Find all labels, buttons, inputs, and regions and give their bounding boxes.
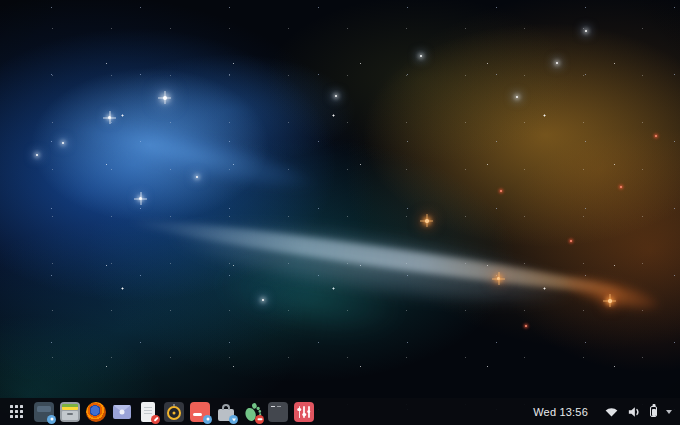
star — [262, 299, 264, 301]
apps-grid-icon — [10, 405, 13, 408]
app-launcher-button[interactable] — [8, 403, 25, 420]
star — [139, 197, 142, 200]
star — [62, 142, 64, 144]
badge-blue-arrow — [229, 415, 238, 424]
taskbar: Wed 13:56 — [0, 398, 680, 425]
star-red — [525, 325, 527, 327]
star — [420, 55, 422, 57]
files-dark-icon[interactable] — [34, 402, 54, 422]
star — [556, 62, 558, 64]
star-orange — [425, 219, 429, 223]
badge-red-minus — [255, 415, 264, 424]
star-orange — [608, 299, 612, 303]
clock[interactable]: Wed 13:56 — [533, 406, 588, 418]
star — [163, 96, 167, 100]
badge-blue — [203, 415, 212, 424]
star — [516, 96, 518, 98]
battery-icon — [650, 406, 657, 417]
document-editor-icon[interactable] — [138, 402, 158, 422]
desktop-wallpaper — [0, 0, 680, 425]
star — [108, 116, 111, 119]
star — [335, 95, 337, 97]
volume-icon — [627, 406, 641, 418]
music-speaker-icon[interactable] — [164, 402, 184, 422]
mixer-sliders-icon[interactable] — [294, 402, 314, 422]
star-red — [570, 240, 572, 242]
mail-envelope-icon[interactable] — [112, 402, 132, 422]
chevron-down-icon — [666, 410, 672, 414]
media-red-icon[interactable] — [190, 402, 210, 422]
star — [36, 154, 38, 156]
badge-blue — [47, 415, 56, 424]
gnome-foot-icon[interactable] — [242, 402, 262, 422]
dock — [34, 402, 314, 422]
star-red — [620, 186, 622, 188]
file-cabinet-icon[interactable] — [60, 402, 80, 422]
system-tray[interactable] — [605, 406, 672, 418]
wifi-icon — [605, 407, 618, 417]
star — [196, 176, 198, 178]
badge-red-pencil — [151, 415, 160, 424]
star-orange — [497, 277, 500, 280]
software-bag-icon[interactable] — [216, 402, 236, 422]
firefox-icon[interactable] — [86, 402, 106, 422]
starfield — [0, 0, 680, 425]
star — [585, 30, 587, 32]
terminal-icon[interactable] — [268, 402, 288, 422]
star-red — [655, 135, 657, 137]
desktop-screen: Wed 13:56 — [0, 0, 680, 425]
star-red — [500, 190, 502, 192]
